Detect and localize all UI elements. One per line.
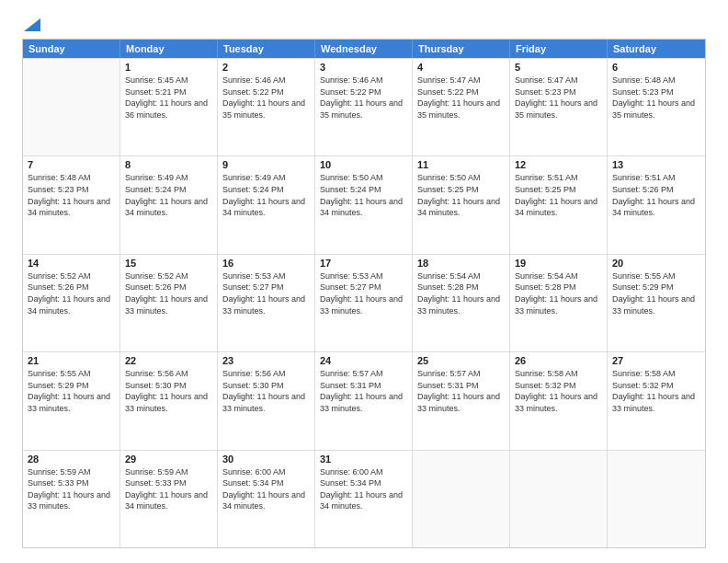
day-number: 7 bbox=[28, 159, 115, 170]
day-info: Sunrise: 5:57 AMSunset: 5:31 PMDaylight:… bbox=[417, 368, 505, 414]
cal-cell-4-1: 21Sunrise: 5:55 AMSunset: 5:29 PMDayligh… bbox=[23, 352, 120, 449]
cal-cell-3-6: 19Sunrise: 5:54 AMSunset: 5:28 PMDayligh… bbox=[510, 255, 608, 351]
day-number: 25 bbox=[417, 355, 505, 366]
day-number: 11 bbox=[417, 159, 505, 170]
cal-cell-3-3: 16Sunrise: 5:53 AMSunset: 5:27 PMDayligh… bbox=[218, 255, 315, 351]
day-info: Sunrise: 5:50 AMSunset: 5:24 PMDaylight:… bbox=[320, 172, 407, 218]
day-info: Sunrise: 5:58 AMSunset: 5:32 PMDaylight:… bbox=[612, 368, 700, 414]
day-number: 29 bbox=[125, 454, 212, 465]
cal-cell-1-7: 6Sunrise: 5:48 AMSunset: 5:23 PMDaylight… bbox=[608, 59, 705, 155]
cal-cell-3-7: 20Sunrise: 5:55 AMSunset: 5:29 PMDayligh… bbox=[608, 255, 705, 351]
cal-cell-3-4: 17Sunrise: 5:53 AMSunset: 5:27 PMDayligh… bbox=[315, 255, 413, 351]
day-info: Sunrise: 5:45 AMSunset: 5:21 PMDaylight:… bbox=[125, 75, 212, 121]
day-number: 6 bbox=[612, 62, 700, 73]
day-info: Sunrise: 5:50 AMSunset: 5:25 PMDaylight:… bbox=[417, 172, 505, 218]
page: SundayMondayTuesdayWednesdayThursdayFrid… bbox=[0, 0, 728, 563]
cal-cell-2-4: 10Sunrise: 5:50 AMSunset: 5:24 PMDayligh… bbox=[315, 156, 413, 253]
day-info: Sunrise: 5:56 AMSunset: 5:30 PMDaylight:… bbox=[125, 368, 212, 414]
logo-arrow-icon bbox=[24, 18, 40, 31]
day-number: 4 bbox=[417, 62, 505, 73]
day-number: 3 bbox=[320, 62, 407, 73]
day-number: 27 bbox=[612, 355, 700, 366]
day-number: 14 bbox=[28, 258, 115, 269]
week-row-3: 14Sunrise: 5:52 AMSunset: 5:26 PMDayligh… bbox=[23, 254, 705, 351]
day-number: 9 bbox=[222, 159, 310, 170]
cal-cell-1-2: 1Sunrise: 5:45 AMSunset: 5:21 PMDaylight… bbox=[120, 59, 218, 155]
day-info: Sunrise: 5:55 AMSunset: 5:29 PMDaylight:… bbox=[28, 368, 115, 414]
day-info: Sunrise: 5:48 AMSunset: 5:23 PMDaylight:… bbox=[28, 172, 115, 218]
cal-cell-4-5: 25Sunrise: 5:57 AMSunset: 5:31 PMDayligh… bbox=[413, 352, 510, 449]
header-day-sunday: Sunday bbox=[23, 40, 120, 58]
day-info: Sunrise: 5:58 AMSunset: 5:32 PMDaylight:… bbox=[515, 368, 602, 414]
header-day-saturday: Saturday bbox=[608, 40, 705, 58]
day-info: Sunrise: 6:00 AMSunset: 5:34 PMDaylight:… bbox=[320, 466, 407, 512]
cal-cell-1-1 bbox=[23, 59, 120, 155]
cal-cell-2-3: 9Sunrise: 5:49 AMSunset: 5:24 PMDaylight… bbox=[218, 156, 315, 253]
day-number: 16 bbox=[222, 258, 310, 269]
day-number: 1 bbox=[125, 62, 212, 73]
day-info: Sunrise: 5:49 AMSunset: 5:24 PMDaylight:… bbox=[222, 172, 310, 218]
week-row-1: 1Sunrise: 5:45 AMSunset: 5:21 PMDaylight… bbox=[23, 58, 705, 155]
day-info: Sunrise: 5:46 AMSunset: 5:22 PMDaylight:… bbox=[222, 75, 310, 121]
day-info: Sunrise: 5:54 AMSunset: 5:28 PMDaylight:… bbox=[515, 270, 602, 316]
cal-cell-3-1: 14Sunrise: 5:52 AMSunset: 5:26 PMDayligh… bbox=[23, 255, 120, 351]
cal-cell-5-6 bbox=[510, 451, 608, 547]
day-info: Sunrise: 5:46 AMSunset: 5:22 PMDaylight:… bbox=[320, 75, 407, 121]
day-info: Sunrise: 5:51 AMSunset: 5:26 PMDaylight:… bbox=[612, 172, 700, 218]
cal-cell-5-2: 29Sunrise: 5:59 AMSunset: 5:33 PMDayligh… bbox=[120, 451, 218, 547]
calendar-body: 1Sunrise: 5:45 AMSunset: 5:21 PMDaylight… bbox=[23, 58, 705, 547]
day-info: Sunrise: 6:00 AMSunset: 5:34 PMDaylight:… bbox=[222, 466, 310, 512]
header-day-tuesday: Tuesday bbox=[218, 40, 315, 58]
cal-cell-2-2: 8Sunrise: 5:49 AMSunset: 5:24 PMDaylight… bbox=[120, 156, 218, 253]
cal-cell-1-6: 5Sunrise: 5:47 AMSunset: 5:23 PMDaylight… bbox=[510, 59, 608, 155]
cal-cell-1-3: 2Sunrise: 5:46 AMSunset: 5:22 PMDaylight… bbox=[218, 59, 315, 155]
cal-cell-5-7 bbox=[608, 451, 705, 547]
day-number: 2 bbox=[222, 62, 310, 73]
day-number: 23 bbox=[222, 355, 310, 366]
week-row-4: 21Sunrise: 5:55 AMSunset: 5:29 PMDayligh… bbox=[23, 351, 705, 449]
day-info: Sunrise: 5:47 AMSunset: 5:22 PMDaylight:… bbox=[417, 75, 505, 121]
day-number: 18 bbox=[417, 258, 505, 269]
header-day-monday: Monday bbox=[120, 40, 218, 58]
calendar: SundayMondayTuesdayWednesdayThursdayFrid… bbox=[22, 39, 706, 548]
cal-cell-1-5: 4Sunrise: 5:47 AMSunset: 5:22 PMDaylight… bbox=[413, 59, 510, 155]
day-number: 30 bbox=[222, 454, 310, 465]
day-info: Sunrise: 5:47 AMSunset: 5:23 PMDaylight:… bbox=[515, 75, 602, 121]
day-number: 15 bbox=[125, 258, 212, 269]
day-info: Sunrise: 5:59 AMSunset: 5:33 PMDaylight:… bbox=[125, 466, 212, 512]
day-info: Sunrise: 5:52 AMSunset: 5:26 PMDaylight:… bbox=[125, 270, 212, 316]
day-info: Sunrise: 5:54 AMSunset: 5:28 PMDaylight:… bbox=[417, 270, 505, 316]
day-number: 26 bbox=[515, 355, 602, 366]
day-info: Sunrise: 5:59 AMSunset: 5:33 PMDaylight:… bbox=[28, 466, 115, 512]
cal-cell-4-2: 22Sunrise: 5:56 AMSunset: 5:30 PMDayligh… bbox=[120, 352, 218, 449]
day-info: Sunrise: 5:56 AMSunset: 5:30 PMDaylight:… bbox=[222, 368, 310, 414]
cal-cell-4-4: 24Sunrise: 5:57 AMSunset: 5:31 PMDayligh… bbox=[315, 352, 413, 449]
logo bbox=[22, 18, 40, 29]
header-day-friday: Friday bbox=[510, 40, 608, 58]
day-number: 17 bbox=[320, 258, 407, 269]
day-info: Sunrise: 5:49 AMSunset: 5:24 PMDaylight:… bbox=[125, 172, 212, 218]
day-info: Sunrise: 5:53 AMSunset: 5:27 PMDaylight:… bbox=[222, 270, 310, 316]
cal-cell-5-1: 28Sunrise: 5:59 AMSunset: 5:33 PMDayligh… bbox=[23, 451, 120, 547]
day-number: 19 bbox=[515, 258, 602, 269]
day-number: 31 bbox=[320, 454, 407, 465]
cal-cell-3-2: 15Sunrise: 5:52 AMSunset: 5:26 PMDayligh… bbox=[120, 255, 218, 351]
cal-cell-4-7: 27Sunrise: 5:58 AMSunset: 5:32 PMDayligh… bbox=[608, 352, 705, 449]
header-day-thursday: Thursday bbox=[413, 40, 510, 58]
day-number: 10 bbox=[320, 159, 407, 170]
cal-cell-2-5: 11Sunrise: 5:50 AMSunset: 5:25 PMDayligh… bbox=[413, 156, 510, 253]
day-number: 28 bbox=[28, 454, 115, 465]
header-day-wednesday: Wednesday bbox=[315, 40, 413, 58]
day-info: Sunrise: 5:51 AMSunset: 5:25 PMDaylight:… bbox=[515, 172, 602, 218]
cal-cell-4-6: 26Sunrise: 5:58 AMSunset: 5:32 PMDayligh… bbox=[510, 352, 608, 449]
day-number: 13 bbox=[612, 159, 700, 170]
week-row-5: 28Sunrise: 5:59 AMSunset: 5:33 PMDayligh… bbox=[23, 450, 705, 547]
cal-cell-2-1: 7Sunrise: 5:48 AMSunset: 5:23 PMDaylight… bbox=[23, 156, 120, 253]
day-info: Sunrise: 5:52 AMSunset: 5:26 PMDaylight:… bbox=[28, 270, 115, 316]
day-info: Sunrise: 5:57 AMSunset: 5:31 PMDaylight:… bbox=[320, 368, 407, 414]
cal-cell-5-5 bbox=[413, 451, 510, 547]
svg-marker-0 bbox=[24, 18, 40, 31]
cal-cell-2-6: 12Sunrise: 5:51 AMSunset: 5:25 PMDayligh… bbox=[510, 156, 608, 253]
day-info: Sunrise: 5:48 AMSunset: 5:23 PMDaylight:… bbox=[612, 75, 700, 121]
day-number: 21 bbox=[28, 355, 115, 366]
